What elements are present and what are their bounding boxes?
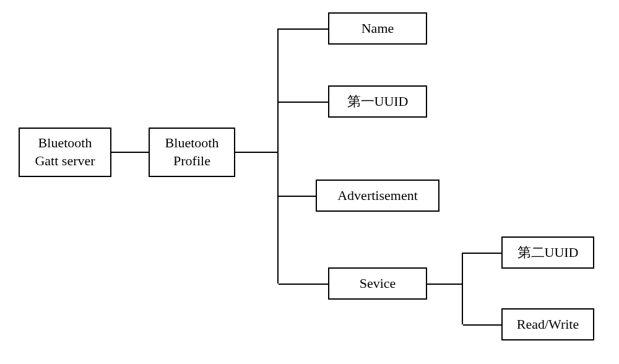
service-box: Sevice bbox=[328, 267, 427, 300]
readwrite-label: Read/Write bbox=[517, 316, 579, 334]
connector-line bbox=[463, 324, 501, 326]
profile-label: BluetoothProfile bbox=[165, 134, 219, 170]
gatt-server-box: BluetoothGatt server bbox=[19, 128, 111, 177]
connector-line bbox=[279, 102, 328, 103]
uuid2-label: 第二UUID bbox=[517, 244, 579, 262]
connector-line bbox=[462, 253, 463, 324]
advertisement-box: Advertisement bbox=[316, 180, 439, 212]
name-box: Name bbox=[328, 12, 427, 45]
connector-line bbox=[279, 284, 328, 285]
connector-line bbox=[427, 284, 463, 285]
profile-box: BluetoothProfile bbox=[149, 128, 235, 177]
name-label: Name bbox=[361, 20, 394, 38]
advertisement-label: Advertisement bbox=[337, 187, 418, 205]
connector-line bbox=[463, 253, 501, 254]
connector-line bbox=[279, 196, 316, 197]
connector-line bbox=[279, 28, 328, 30]
connector-line bbox=[277, 28, 279, 284]
connector-line bbox=[235, 152, 279, 153]
service-label: Sevice bbox=[360, 275, 396, 293]
uuid1-label: 第一UUID bbox=[347, 93, 409, 111]
uuid2-box: 第二UUID bbox=[501, 236, 594, 269]
connector-line bbox=[111, 152, 149, 153]
uuid1-box: 第一UUID bbox=[328, 85, 427, 118]
gatt-server-label: BluetoothGatt server bbox=[35, 134, 95, 170]
readwrite-box: Read/Write bbox=[501, 308, 594, 340]
